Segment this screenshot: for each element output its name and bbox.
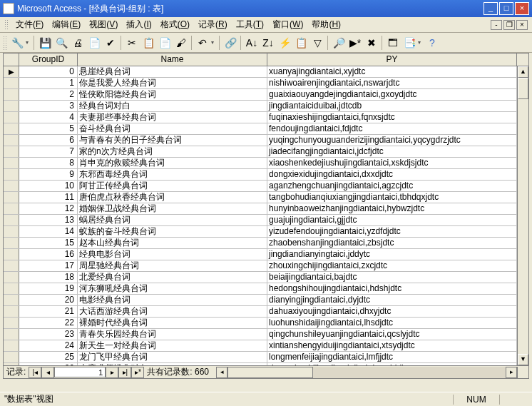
row-selector[interactable] [4, 135, 19, 146]
row-selector[interactable] [4, 238, 19, 248]
doc-restore-button[interactable]: ❐ [503, 20, 515, 30]
cell-py[interactable]: tangbohudianqiuxiangjingdiantaici,tbhdqx… [267, 192, 517, 203]
cell-py[interactable]: xuanyajingdiantaici,xyjdtc [267, 66, 517, 77]
cell-name[interactable]: 唐伯虎点秋香经典台词 [78, 192, 267, 203]
table-row[interactable]: 9东邪西毒经典台词dongxiexidujingdiantaici,dxxdjd… [4, 169, 528, 181]
print-button[interactable]: 🖨 [70, 35, 86, 51]
cell-py[interactable]: fendoujingdiantaici,fdjdtc [267, 123, 517, 134]
row-selector[interactable] [4, 215, 19, 225]
table-row[interactable]: 20电影经典台词dianyingjingdiantaici,dyjdtc [4, 295, 528, 306]
cell-py[interactable]: dongxiexidujingdiantaici,dxxdjdtc [267, 169, 517, 180]
search-file-button[interactable]: 🔍 [53, 35, 69, 51]
table-row[interactable]: 5奋斗经典台词fendoujingdiantaici,fdjdtc [4, 123, 528, 135]
table-row[interactable]: 1你是我爱人经典台词nishiwoairenjingdiantaici,nswa… [4, 78, 528, 89]
vertical-scrollbar[interactable]: ▲ ▼ [517, 66, 528, 365]
table-row[interactable]: 22裸婚时代经典台词luohunshidaijingdiantaici,lhsd… [4, 318, 528, 329]
table-row[interactable]: 12婚姻保卫战经典台词hunyinbaoweizhanjingdiantaici… [4, 203, 528, 215]
maximize-button[interactable]: □ [499, 2, 513, 15]
row-selector[interactable] [4, 203, 19, 214]
row-selector[interactable] [4, 306, 19, 317]
cell-name[interactable]: 与青春有关的日子经典台词 [78, 135, 267, 146]
horizontal-scrollbar[interactable]: ◂ ▸ [216, 367, 517, 378]
cell-py[interactable]: aganzhengchuanjingdiantaici,agzcjdtc [267, 181, 517, 191]
cell-name[interactable]: 新天生一对经典台词 [78, 340, 267, 351]
menu-format[interactable]: 格式(O) [156, 17, 194, 32]
sort-desc-button[interactable]: Z↓ [260, 35, 276, 51]
cell-py[interactable]: dianyingjingdiantaici,dyjdtc [267, 295, 517, 305]
cell-py[interactable]: xiaoshenkedejiushujingdiantaici,xskdjsjd… [267, 158, 517, 168]
table-row[interactable]: 11唐伯虎点秋香经典台词tangbohudianqiuxiangjingdian… [4, 192, 528, 203]
toggle-filter-button[interactable]: ▽ [310, 35, 325, 51]
save-button[interactable]: 💾 [37, 35, 53, 51]
row-selector[interactable] [4, 192, 19, 203]
scroll-down-button[interactable]: ▼ [518, 354, 528, 365]
cell-id[interactable]: 13 [19, 215, 78, 225]
row-selector[interactable] [4, 181, 19, 191]
new-object-button[interactable]: 📑 [401, 35, 417, 51]
menu-insert[interactable]: 插入(I) [122, 17, 155, 32]
menu-tools[interactable]: 工具(T) [232, 17, 268, 32]
nav-first-button[interactable]: |◂ [29, 367, 41, 378]
cell-name[interactable]: 青春失乐园经典台词 [78, 329, 267, 340]
cell-py[interactable]: hunyinbaoweizhanjingdiantaici,hybwzjdtc [267, 203, 517, 214]
toolbar-grip[interactable] [3, 36, 7, 50]
table-row[interactable]: 10阿甘正传经典台词aganzhengchuanjingdiantaici,ag… [4, 181, 528, 192]
menu-file[interactable]: 文件(F) [11, 17, 48, 32]
cell-name[interactable]: 奋斗经典台词 [78, 123, 267, 134]
row-selector[interactable] [4, 318, 19, 328]
row-selector[interactable] [4, 329, 19, 340]
hscroll-right-button[interactable]: ▸ [506, 367, 517, 378]
table-row[interactable]: 16经典电影台词jingdiandianyingtaici,jddytc [4, 249, 528, 260]
cell-id[interactable]: 18 [19, 272, 78, 283]
row-selector[interactable] [4, 260, 19, 271]
cell-name[interactable]: 周星驰经典台词 [78, 260, 267, 271]
cell-name[interactable]: 北爱经典台词 [78, 272, 267, 283]
table-row[interactable]: 2怪侠欧阳德经典台词guaixiaouyangdejingdiantaici,g… [4, 89, 528, 101]
cell-id[interactable]: 23 [19, 329, 78, 340]
row-selector[interactable] [4, 169, 19, 180]
row-selector[interactable] [4, 146, 19, 157]
cell-id[interactable]: 3 [19, 101, 78, 111]
doc-close-button[interactable]: × [516, 20, 528, 30]
table-row[interactable]: 19河东狮吼经典台词hedongshihoujingdiantaici,hdsh… [4, 283, 528, 295]
find-button[interactable]: 🔎 [331, 35, 347, 51]
row-selector[interactable]: ▶ [4, 66, 19, 77]
select-all-corner[interactable] [4, 54, 19, 66]
nav-new-button[interactable]: ▸* [131, 367, 144, 378]
table-row[interactable]: 24新天生一对经典台词xintianshengyiduijingdiantaic… [4, 340, 528, 352]
nav-record-input[interactable] [54, 367, 106, 377]
cell-id[interactable]: 10 [19, 181, 78, 191]
cell-id[interactable]: 4 [19, 112, 78, 123]
cell-name[interactable]: 蜗居经典台词 [78, 215, 267, 225]
cell-py[interactable]: dahuaxiyoujingdiantaici,dhxyjdtc [267, 306, 517, 317]
menu-view[interactable]: 视图(V) [85, 17, 122, 32]
hscroll-track[interactable] [313, 367, 506, 378]
cell-name[interactable]: 电影经典台词 [78, 295, 267, 305]
hscroll-left-button[interactable]: ◂ [216, 367, 227, 378]
table-row[interactable]: 7家的n次方经典台词jiadecifangjingdiantaici,jdcfj… [4, 146, 528, 158]
cell-id[interactable]: 5 [19, 123, 78, 134]
row-selector[interactable] [4, 340, 19, 351]
cell-py[interactable]: yuqingchunyouguanderizijingdiantaici,yqc… [267, 135, 517, 146]
cell-py[interactable]: luohunshidaijingdiantaici,lhsdjdtc [267, 318, 517, 328]
cell-id[interactable]: 0 [19, 66, 78, 77]
cell-py[interactable]: zhaobenshanjingdiantaici,zbsjdtc [267, 238, 517, 248]
cell-id[interactable]: 2 [19, 89, 78, 100]
paste-button[interactable]: 📄 [157, 35, 173, 51]
cell-py[interactable]: jiadecifangjingdiantaici,jdcfjdtc [267, 146, 517, 157]
database-window-button[interactable]: 🗔 [385, 35, 401, 51]
undo-button[interactable]: ↶ [195, 35, 210, 51]
cell-name[interactable]: 东邪西毒经典台词 [78, 169, 267, 180]
row-selector[interactable] [4, 101, 19, 111]
cell-py[interactable]: guaixiaouyangdejingdiantaici,gxoydjdtc [267, 89, 517, 100]
cell-name[interactable]: 家的n次方经典台词 [78, 146, 267, 157]
table-row[interactable]: ▶0悬崖经典台词xuanyajingdiantaici,xyjdtc [4, 66, 528, 78]
minimize-button[interactable]: _ [484, 2, 498, 15]
table-row[interactable]: 18北爱经典台词beiaijingdiantaici,bajdtc [4, 272, 528, 283]
row-selector[interactable] [4, 89, 19, 100]
row-selector[interactable] [4, 295, 19, 305]
cell-id[interactable]: 7 [19, 146, 78, 157]
table-row[interactable]: 8肖申克的救赎经典台词xiaoshenkedejiushujingdiantai… [4, 158, 528, 169]
table-row[interactable]: 17周星驰经典台词zhouxingchijingdiantaici,zxcjdt… [4, 260, 528, 272]
scroll-up-button[interactable]: ▲ [518, 66, 528, 78]
